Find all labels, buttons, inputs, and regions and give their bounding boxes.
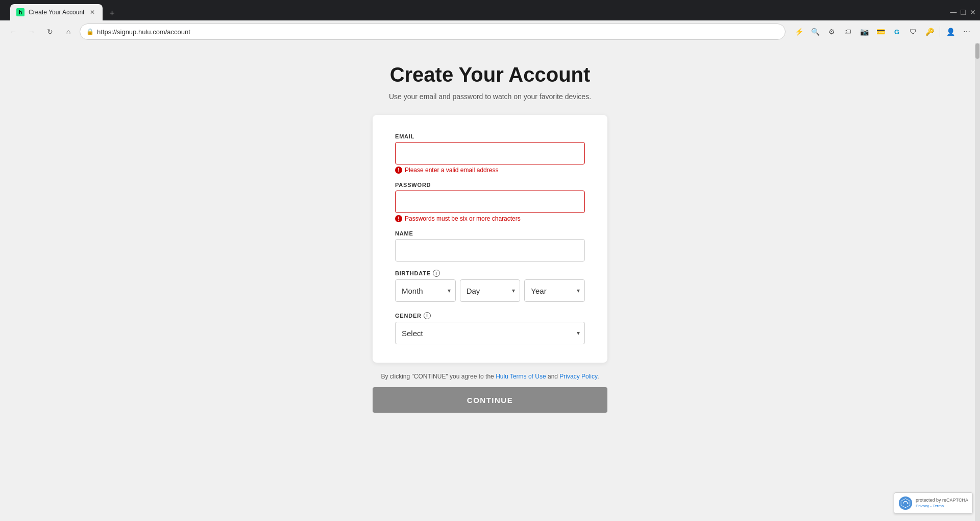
birthdate-field-group: BIRTHDATE i Month January February March… — [395, 270, 585, 302]
home-button[interactable]: ⌂ — [61, 25, 76, 39]
password-field-group: PASSWORD ! Passwords must be six or more… — [395, 182, 585, 222]
name-field-group: NAME — [395, 230, 585, 262]
form-card: EMAIL ! Please enter a valid email addre… — [373, 115, 607, 363]
maximize-button[interactable]: □ — [961, 8, 966, 17]
lock-icon: 🔒 — [86, 28, 94, 35]
year-select[interactable]: Year — [524, 279, 585, 302]
legal-text: By clicking "CONTINUE" you agree to the … — [373, 373, 607, 380]
forward-button[interactable]: → — [24, 25, 39, 39]
page-title: Create Your Account — [390, 63, 591, 86]
terms-link[interactable]: Hulu Terms of Use — [496, 373, 546, 380]
password-label: PASSWORD — [395, 182, 585, 188]
recaptcha-badge: protected by reCAPTCHA Privacy - Terms — [894, 492, 973, 514]
password-error-message: ! Passwords must be six or more characte… — [395, 215, 585, 222]
address-text: https://signup.hulu.com/account — [97, 28, 779, 36]
month-select[interactable]: Month January February March April May J… — [395, 279, 456, 302]
bookmark-icon[interactable]: 🏷 — [841, 25, 855, 39]
back-icon: ← — [10, 28, 17, 36]
name-label: NAME — [395, 230, 585, 236]
screenshot-icon[interactable]: 📷 — [857, 25, 871, 39]
back-button[interactable]: ← — [6, 25, 20, 39]
recaptcha-text: protected by reCAPTCHA Privacy - Terms — [916, 498, 968, 509]
scrollbar-thumb[interactable] — [975, 43, 979, 59]
year-select-wrap: Year ▾ — [524, 279, 585, 302]
reload-icon: ↻ — [47, 28, 53, 36]
tab-title: Create Your Account — [29, 9, 84, 16]
email-label: EMAIL — [395, 133, 585, 139]
email-error-message: ! Please enter a valid email address — [395, 167, 585, 174]
nav-bar: ← → ↻ ⌂ 🔒 https://signup.hulu.com/accoun… — [0, 20, 980, 43]
month-select-wrap: Month January February March April May J… — [395, 279, 456, 302]
tab-group: h Create Your Account ✕ + — [10, 4, 119, 20]
day-select[interactable]: Day — [460, 279, 521, 302]
email-field-group: EMAIL ! Please enter a valid email addre… — [395, 133, 585, 174]
birthdate-row: Month January February March April May J… — [395, 279, 585, 302]
tab-bar: h Create Your Account ✕ + ─ □ ✕ — [0, 0, 980, 20]
gender-select-wrap: Select Male Female Non-binary Prefer not… — [395, 322, 585, 344]
privacy-link[interactable]: Privacy Policy — [559, 373, 597, 380]
search-icon[interactable]: 🔍 — [808, 25, 822, 39]
toolbar-icons: ⚡ 🔍 ⚙ 🏷 📷 💳 G 🛡 🔑 👤 ⋯ — [792, 25, 974, 39]
extensions-icon[interactable]: ⚡ — [792, 25, 806, 39]
birthdate-label: BIRTHDATE i — [395, 270, 585, 277]
home-icon: ⌂ — [66, 28, 70, 36]
day-select-wrap: Day ▾ — [460, 279, 521, 302]
tab-favicon: h — [16, 8, 24, 16]
active-tab[interactable]: h Create Your Account ✕ — [10, 4, 103, 20]
profile-icon[interactable]: 👤 — [943, 25, 958, 39]
address-bar[interactable]: 🔒 https://signup.hulu.com/account — [80, 23, 786, 40]
page-subtitle: Use your email and password to watch on … — [389, 92, 591, 101]
forward-icon: → — [28, 28, 35, 36]
close-window-button[interactable]: ✕ — [970, 8, 976, 16]
continue-button[interactable]: CONTINUE — [373, 387, 607, 413]
gender-label: GENDER i — [395, 312, 585, 319]
passwords-icon[interactable]: 🔑 — [922, 25, 937, 39]
gender-select[interactable]: Select Male Female Non-binary Prefer not… — [395, 322, 585, 344]
wallet-icon[interactable]: 💳 — [873, 25, 888, 39]
extension1-icon[interactable]: ⚙ — [824, 25, 839, 39]
gender-field-group: GENDER i Select Male Female Non-binary P… — [395, 312, 585, 344]
shield-icon[interactable]: 🛡 — [906, 25, 920, 39]
password-input[interactable] — [395, 191, 585, 213]
gender-info-icon[interactable]: i — [424, 312, 431, 319]
page-content: Create Your Account Use your email and p… — [0, 43, 980, 521]
scrollbar[interactable] — [975, 43, 980, 521]
menu-icon[interactable]: ⋯ — [960, 25, 974, 39]
password-error-icon: ! — [395, 215, 402, 222]
minimize-button[interactable]: ─ — [950, 7, 957, 18]
tab-close-button[interactable]: ✕ — [88, 8, 96, 16]
reload-button[interactable]: ↻ — [43, 25, 57, 39]
grammarly-icon[interactable]: G — [890, 25, 904, 39]
browser-chrome: h Create Your Account ✕ + ─ □ ✕ ← → ↻ ⌂ — [0, 0, 980, 43]
name-input[interactable] — [395, 239, 585, 262]
email-error-icon: ! — [395, 167, 402, 174]
email-input[interactable] — [395, 142, 585, 164]
divider — [940, 27, 940, 37]
birthdate-info-icon[interactable]: i — [433, 270, 440, 277]
below-card: By clicking "CONTINUE" you agree to the … — [373, 373, 607, 413]
recaptcha-logo — [898, 496, 913, 510]
new-tab-button[interactable]: + — [105, 6, 119, 20]
